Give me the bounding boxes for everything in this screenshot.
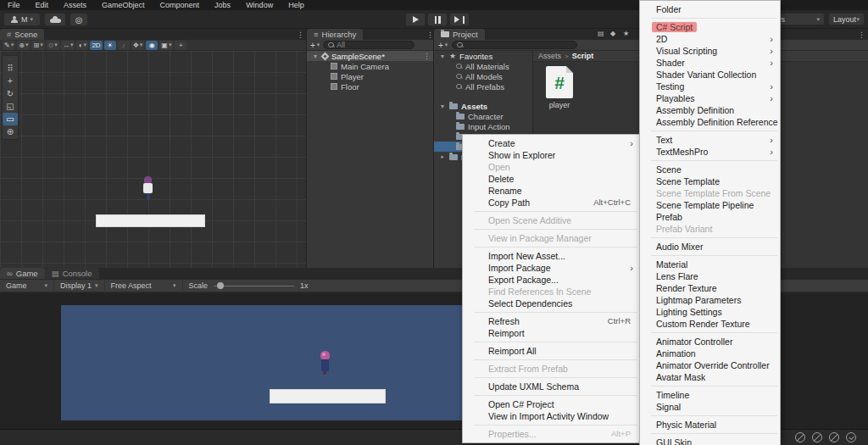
display-dropdown[interactable]: Display 1 ▾ — [54, 280, 105, 292]
breadcrumb-root[interactable]: Assets — [538, 52, 561, 60]
favorites-filter-icon[interactable]: ★ — [623, 30, 629, 37]
step-button[interactable] — [449, 13, 470, 26]
menubar-item-help[interactable]: Help — [281, 1, 312, 9]
tree-item-character[interactable]: Character — [434, 111, 531, 121]
menu-item-create[interactable]: Create› — [463, 137, 640, 149]
menu-item-playables[interactable]: Playables› — [640, 92, 780, 104]
cloud-sync-off-icon[interactable] — [812, 432, 822, 442]
measure-button[interactable]: ↔▾ — [61, 41, 75, 50]
expand-arrow-icon[interactable]: ▼ — [439, 103, 446, 109]
menu-item-open-c-project[interactable]: Open C# Project — [463, 398, 640, 410]
hierarchy-search-input[interactable]: All — [323, 41, 415, 49]
rect-tool-button[interactable]: ▭ — [3, 113, 18, 125]
scene-viewport[interactable]: ⋯ ⠿+↻◱▭⊕ — [0, 51, 306, 268]
hierarchy-item-player[interactable]: Player — [307, 71, 434, 81]
menu-item-rename[interactable]: Rename — [463, 185, 640, 197]
snap-increment-button[interactable]: ⊙▾ — [47, 41, 59, 50]
rotate-tool-button[interactable]: ↻ — [3, 87, 18, 100]
cloud-button[interactable] — [44, 13, 66, 26]
menu-item-refresh[interactable]: RefreshCtrl+R — [463, 315, 640, 327]
menu-item-testing[interactable]: Testing› — [640, 81, 780, 92]
project-panel-menu-icon[interactable]: ⋮ — [858, 31, 865, 39]
hierarchy-filter-icon[interactable]: ▤ — [598, 30, 604, 37]
menubar-item-file[interactable]: File — [0, 1, 28, 9]
tool-settings-button[interactable]: ✎▾ — [3, 41, 15, 50]
tab-project[interactable]: Project — [434, 29, 485, 40]
menu-item-lighting-settings[interactable]: Lighting Settings — [640, 306, 780, 318]
scene-visibility-button[interactable]: ◉ — [146, 41, 158, 50]
move-tool-button[interactable]: + — [3, 75, 18, 87]
grid-visibility-button[interactable]: ⊕▾ — [17, 41, 30, 50]
play-button[interactable] — [405, 13, 426, 26]
grid-snap-button[interactable]: ⊞▾ — [31, 41, 44, 50]
collapsed-arrow-icon[interactable]: ▸ — [439, 153, 446, 160]
menu-item-shader-variant-collection[interactable]: Shader Variant Collection — [640, 69, 780, 81]
menu-item-physic-material[interactable]: Physic Material — [640, 419, 780, 431]
tree-item-all-prefabs[interactable]: All Prefabs — [434, 81, 531, 92]
menu-item-show-in-explorer[interactable]: Show in Explorer — [463, 149, 640, 161]
menu-item-gui-skin[interactable]: GUI Skin — [640, 437, 780, 445]
tab-hierarchy[interactable]: ≡ Hierarchy — [307, 29, 363, 40]
menu-item-timeline[interactable]: Timeline — [640, 389, 780, 401]
project-search-input[interactable] — [452, 41, 577, 49]
menu-item-audio-mixer[interactable]: Audio Mixer — [640, 241, 780, 253]
menu-item-import-new-asset[interactable]: Import New Asset... — [463, 250, 640, 262]
menu-item-textmeshpro[interactable]: TextMeshPro› — [640, 146, 780, 158]
hierarchy-item-samplescene[interactable]: ▼ SampleScene* ⋮ — [307, 51, 434, 61]
menu-item-view-in-import-activity-window[interactable]: View in Import Activity Window — [463, 410, 640, 422]
menu-item-folder[interactable]: Folder — [640, 3, 780, 15]
collab-muted-icon[interactable] — [829, 432, 839, 442]
hierarchy-item-main-camera[interactable]: Main Camera — [307, 61, 434, 71]
tab-console[interactable]: ▤ Console — [45, 268, 99, 279]
menu-item-animator-controller[interactable]: Animator Controller — [640, 336, 780, 348]
menu-item-2d[interactable]: 2D› — [640, 33, 780, 45]
tree-item-favorites[interactable]: ▼ ★ Favorites — [434, 51, 531, 61]
hierarchy-item-floor[interactable]: Floor — [307, 81, 434, 92]
transform-tool-button[interactable]: ⊕ — [3, 125, 18, 138]
tree-item-all-materials[interactable]: All Materials — [434, 61, 531, 71]
game-display-mode-dropdown[interactable]: Game ▾ — [0, 280, 54, 292]
menu-item-delete[interactable]: Delete — [463, 173, 640, 185]
menu-item-copy-path[interactable]: Copy PathAlt+Ctrl+C — [463, 197, 640, 209]
layout-dropdown[interactable]: Layout ▾ — [828, 13, 865, 25]
project-add-button[interactable]: +▾ — [434, 41, 452, 50]
menu-item-animator-override-controller[interactable]: Animator Override Controller — [640, 359, 780, 371]
tree-item-input-action[interactable]: Input Action — [434, 121, 531, 131]
camera-settings-button[interactable]: ▣▾ — [159, 41, 173, 50]
asset-item-player[interactable]: # player — [542, 66, 576, 109]
menu-item-select-dependencies[interactable]: Select Dependencies — [463, 298, 640, 309]
menu-item-scene-template-pipeline[interactable]: Scene Template Pipeline — [640, 199, 780, 211]
scene-panel-menu-icon[interactable]: ⋮ — [297, 31, 304, 39]
gizmos-handle-button[interactable]: + — [175, 41, 186, 50]
tab-scene[interactable]: # Scene — [0, 29, 44, 40]
menu-item-visual-scripting[interactable]: Visual Scripting› — [640, 45, 780, 57]
menu-item-render-texture[interactable]: Render Texture — [640, 282, 780, 294]
tab-game[interactable]: ∞ Game — [0, 268, 45, 279]
menu-item-export-package[interactable]: Export Package... — [463, 274, 640, 286]
pause-button[interactable] — [427, 13, 448, 26]
menubar-item-edit[interactable]: Edit — [28, 1, 57, 9]
slider-knob[interactable] — [217, 282, 224, 289]
menu-item-custom-render-texture[interactable]: Custom Render Texture — [640, 318, 780, 330]
menu-item-text[interactable]: Text› — [640, 134, 780, 146]
shading-mode-button[interactable]: ◐▾ — [76, 41, 88, 50]
scale-tool-button[interactable]: ◱ — [3, 100, 18, 113]
menu-item-c-script[interactable]: C# Script — [640, 21, 780, 33]
scale-slider[interactable] — [214, 286, 294, 286]
view-pan-tool-button[interactable]: ⠿ — [3, 62, 18, 75]
menubar-item-assets[interactable]: Assets — [56, 1, 94, 9]
unity-version-control-button[interactable]: ◎ — [70, 13, 88, 26]
menubar-item-gameobject[interactable]: GameObject — [94, 1, 153, 9]
2d-toggle-button[interactable]: 2D — [90, 41, 102, 50]
account-button[interactable]: M ▾ — [3, 13, 41, 26]
floor-platform-scene[interactable] — [96, 214, 205, 227]
menu-item-avatar-mask[interactable]: Avatar Mask — [640, 371, 780, 383]
audio-toggle-button[interactable]: ♪ — [118, 41, 130, 50]
menubar-item-jobs[interactable]: Jobs — [207, 1, 238, 9]
expand-arrow-icon[interactable]: ▼ — [439, 53, 446, 59]
menu-item-import-package[interactable]: Import Package› — [463, 262, 640, 274]
expand-arrow-icon[interactable]: ▼ — [312, 53, 319, 59]
menu-item-shader[interactable]: Shader› — [640, 57, 780, 69]
menu-item-signal[interactable]: Signal — [640, 401, 780, 413]
notifications-muted-icon[interactable] — [795, 432, 805, 442]
